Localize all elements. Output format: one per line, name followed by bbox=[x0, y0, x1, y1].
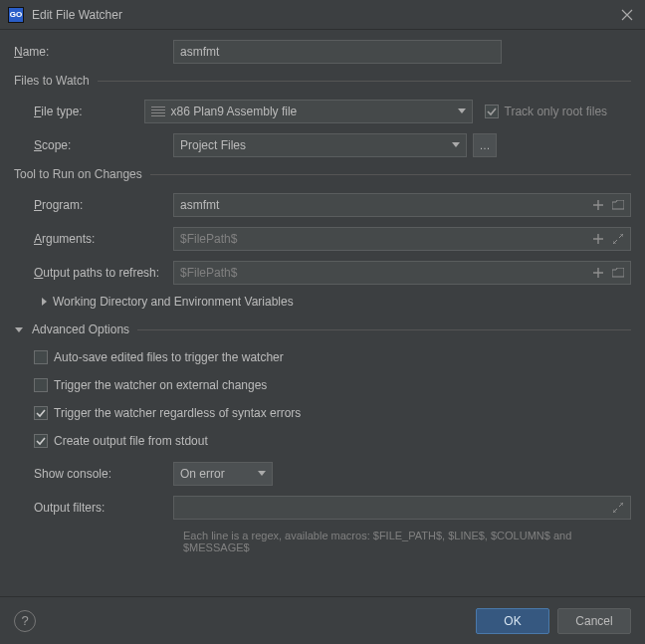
trigger-external-checkbox[interactable] bbox=[34, 378, 48, 392]
ok-button[interactable]: OK bbox=[476, 608, 549, 634]
browse-folder-icon[interactable] bbox=[610, 197, 626, 213]
output-paths-input[interactable]: $FilePath$ bbox=[173, 261, 631, 285]
expand-icon[interactable] bbox=[610, 231, 626, 247]
create-stdout-checkbox[interactable] bbox=[34, 434, 48, 448]
trigger-syntax-checkbox[interactable] bbox=[34, 406, 48, 420]
trigger-external-label: Trigger the watcher on external changes bbox=[54, 378, 267, 392]
chevron-down-icon bbox=[458, 108, 466, 114]
program-input[interactable]: asmfmt bbox=[173, 193, 631, 217]
add-macro-icon[interactable] bbox=[590, 265, 606, 281]
chevron-down-icon bbox=[15, 327, 23, 332]
track-only-root-checkbox[interactable] bbox=[485, 105, 499, 118]
auto-save-label: Auto-save edited files to trigger the wa… bbox=[54, 350, 284, 364]
tool-to-run-section: Tool to Run on Changes bbox=[14, 167, 631, 181]
add-macro-icon[interactable] bbox=[590, 197, 606, 213]
expand-icon[interactable] bbox=[610, 500, 626, 516]
output-filters-hint: Each line is a regex, available macros: … bbox=[183, 530, 631, 553]
track-only-root-label: Track only root files bbox=[505, 105, 608, 118]
dialog-footer: ? OK Cancel bbox=[0, 596, 645, 644]
chevron-right-icon bbox=[42, 298, 47, 306]
window-title: Edit File Watcher bbox=[32, 8, 617, 22]
chevron-down-icon bbox=[258, 471, 266, 477]
close-icon[interactable] bbox=[617, 5, 637, 25]
scope-browse-button[interactable]: … bbox=[473, 133, 497, 157]
chevron-down-icon bbox=[452, 142, 460, 148]
scope-label: Scope: bbox=[14, 138, 173, 152]
cancel-button[interactable]: Cancel bbox=[557, 608, 631, 634]
trigger-syntax-label: Trigger the watcher regardless of syntax… bbox=[54, 406, 301, 420]
file-type-dropdown[interactable]: x86 Plan9 Assembly file bbox=[144, 100, 473, 123]
assembly-file-icon bbox=[151, 107, 165, 116]
files-to-watch-section: Files to Watch bbox=[14, 74, 631, 88]
titlebar: GO Edit File Watcher bbox=[0, 0, 645, 30]
app-icon: GO bbox=[8, 7, 24, 23]
browse-folder-icon[interactable] bbox=[610, 265, 626, 281]
create-stdout-label: Create output file from stdout bbox=[54, 434, 208, 448]
auto-save-checkbox[interactable] bbox=[34, 350, 48, 364]
help-icon[interactable]: ? bbox=[14, 610, 36, 632]
advanced-options-expander[interactable]: Advanced Options bbox=[14, 322, 631, 336]
arguments-input[interactable]: $FilePath$ bbox=[173, 227, 631, 251]
scope-dropdown[interactable]: Project Files bbox=[173, 133, 467, 157]
file-type-label: File type: bbox=[14, 105, 144, 118]
output-paths-label: Output paths to refresh: bbox=[14, 266, 173, 280]
output-filters-input[interactable] bbox=[173, 496, 631, 520]
show-console-dropdown[interactable]: On error bbox=[173, 462, 273, 486]
program-label: Program: bbox=[14, 198, 173, 212]
working-dir-env-expander[interactable]: Working Directory and Environment Variab… bbox=[14, 295, 631, 309]
show-console-label: Show console: bbox=[14, 467, 173, 481]
arguments-label: Arguments: bbox=[14, 232, 173, 246]
output-filters-label: Output filters: bbox=[14, 501, 173, 515]
name-input[interactable]: asmfmt bbox=[173, 40, 502, 64]
name-label: Name: bbox=[14, 45, 173, 59]
add-macro-icon[interactable] bbox=[590, 231, 606, 247]
